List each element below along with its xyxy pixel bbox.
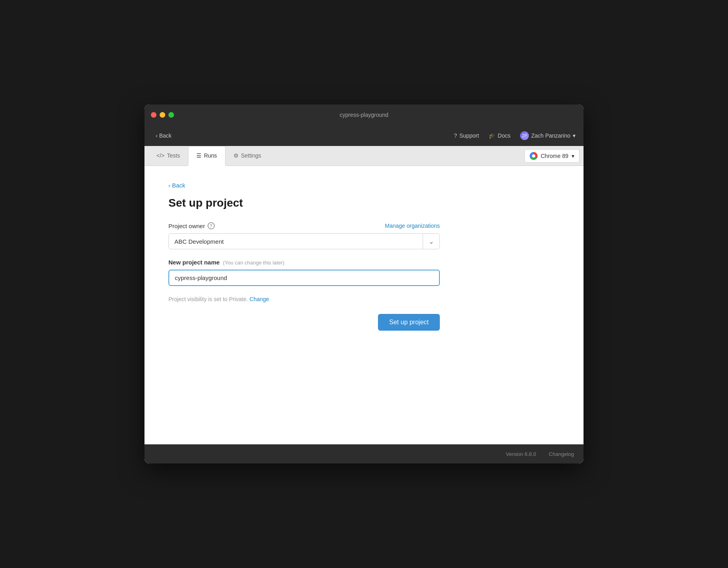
user-menu[interactable]: ZP Zach Panzarino ▾ xyxy=(520,131,576,140)
project-owner-label: Project owner xyxy=(168,223,205,229)
page-title: Set up project xyxy=(168,197,560,209)
docs-link[interactable]: 🎓 Docs xyxy=(489,132,510,139)
form-section: Project owner ? Manage organizations ABC… xyxy=(168,222,440,303)
traffic-lights xyxy=(151,112,174,118)
tab-runs-label: Runs xyxy=(204,152,217,159)
back-link[interactable]: ‹ Back xyxy=(168,182,185,189)
project-name-label: New project name xyxy=(168,259,220,266)
browser-label: Chrome 89 xyxy=(541,153,568,159)
project-owner-header: Project owner ? Manage organizations xyxy=(168,222,440,229)
user-name-label: Zach Panzarino xyxy=(531,132,570,139)
visibility-text: Project visibility is set to Private. Ch… xyxy=(168,296,269,302)
project-name-input[interactable] xyxy=(168,270,440,286)
support-link[interactable]: ? Support xyxy=(454,132,479,139)
owner-select-value: ABC Development xyxy=(169,234,423,249)
project-name-hint: (You can change this later) xyxy=(223,260,284,266)
settings-icon: ⚙ xyxy=(233,152,239,159)
chrome-icon xyxy=(530,152,538,160)
tab-settings[interactable]: ⚙ Settings xyxy=(226,146,269,166)
visibility-row: Project visibility is set to Private. Ch… xyxy=(168,296,440,303)
project-owner-field: Project owner ? Manage organizations ABC… xyxy=(168,222,440,249)
title-bar: cypress-playground xyxy=(144,105,584,125)
project-owner-label-group: Project owner ? xyxy=(168,222,215,229)
nav-bar: ‹ Back ? Support 🎓 Docs ZP Zach Panzarin… xyxy=(144,125,584,146)
app-window: cypress-playground ‹ Back ? Support 🎓 Do… xyxy=(144,105,584,463)
tab-tests-label: Tests xyxy=(167,152,180,159)
version-text: Version 6.8.0 xyxy=(506,451,536,457)
footer: Version 6.8.0 Changelog xyxy=(144,444,584,463)
tab-tests[interactable]: </> Tests xyxy=(148,146,188,166)
tab-runs[interactable]: ☰ Runs xyxy=(188,146,226,166)
changelog-link[interactable]: Changelog xyxy=(549,451,574,457)
nav-back-button[interactable]: ‹ Back xyxy=(152,131,175,140)
chevron-left-icon: ‹ xyxy=(156,132,158,139)
nav-back-label: Back xyxy=(159,132,172,139)
owner-select[interactable]: ABC Development ⌄ xyxy=(168,233,440,249)
runs-icon: ☰ xyxy=(196,152,202,159)
close-button[interactable] xyxy=(151,112,156,118)
user-chevron-icon: ▾ xyxy=(573,132,576,139)
setup-project-button[interactable]: Set up project xyxy=(378,314,440,331)
graduation-icon: 🎓 xyxy=(489,132,495,139)
project-name-label-row: New project name (You can change this la… xyxy=(168,259,440,266)
minimize-button[interactable] xyxy=(160,112,165,118)
back-link-label: Back xyxy=(172,182,185,189)
support-label: Support xyxy=(459,132,479,139)
tab-bar: </> Tests ☰ Runs ⚙ Settings Chrome 89 ▾ xyxy=(144,146,584,166)
nav-right-section: ? Support 🎓 Docs ZP Zach Panzarino ▾ xyxy=(454,131,576,140)
browser-chevron-icon: ▾ xyxy=(572,153,574,159)
back-chevron-icon: ‹ xyxy=(168,182,170,189)
tab-settings-label: Settings xyxy=(241,152,261,159)
question-icon: ? xyxy=(454,132,457,139)
visibility-label: Project visibility is set to Private. xyxy=(168,296,248,302)
user-initials: ZP xyxy=(522,134,527,138)
tab-bar-right: Chrome 89 ▾ xyxy=(524,146,580,166)
project-name-field: New project name (You can change this la… xyxy=(168,259,440,286)
tests-icon: </> xyxy=(156,152,164,159)
select-chevron-icon[interactable]: ⌄ xyxy=(423,238,439,245)
main-content: ‹ Back Set up project Project owner ? Ma… xyxy=(144,166,584,444)
maximize-button[interactable] xyxy=(168,112,174,118)
browser-selector[interactable]: Chrome 89 ▾ xyxy=(524,149,580,163)
docs-label: Docs xyxy=(498,132,510,139)
avatar: ZP xyxy=(520,131,529,140)
change-visibility-link[interactable]: Change xyxy=(249,296,269,302)
window-title: cypress-playground xyxy=(340,112,388,118)
help-icon[interactable]: ? xyxy=(208,222,215,229)
manage-orgs-link[interactable]: Manage organizations xyxy=(385,223,440,229)
